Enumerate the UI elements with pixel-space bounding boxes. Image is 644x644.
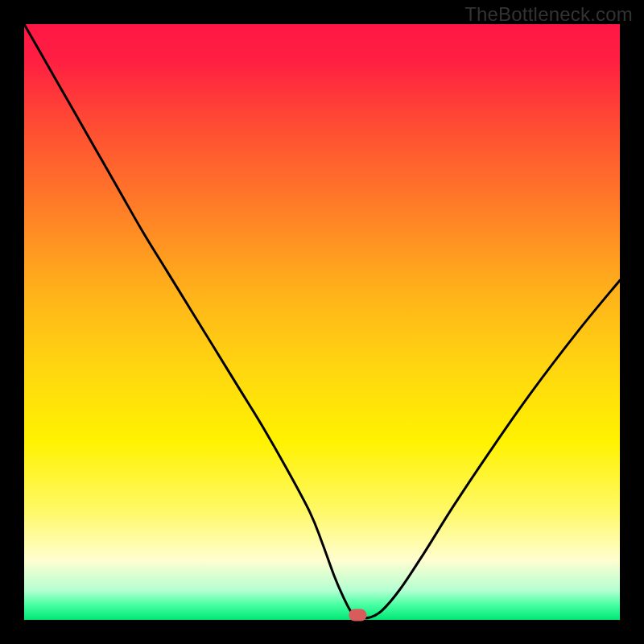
chart-svg (0, 0, 644, 644)
watermark-text: TheBottleneck.com (464, 3, 633, 26)
gradient-background (24, 24, 620, 620)
bottleneck-chart: TheBottleneck.com (0, 0, 644, 644)
optimal-point-marker (349, 609, 366, 621)
